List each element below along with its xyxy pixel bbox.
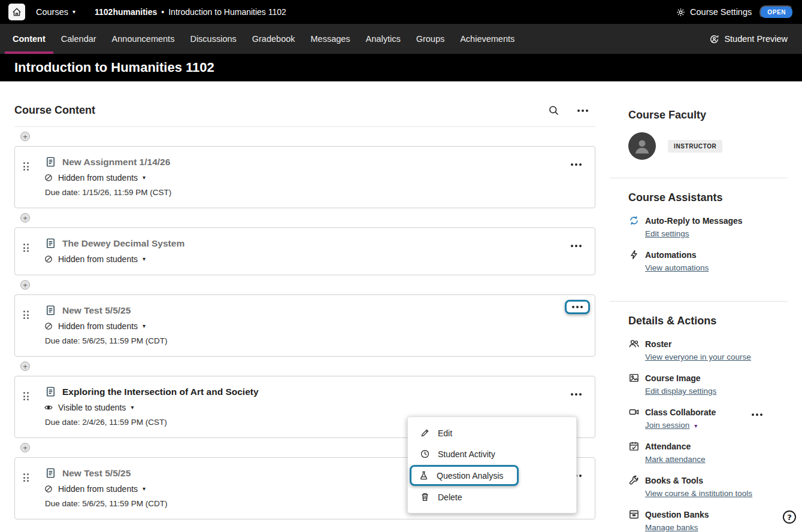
item-title-link[interactable]: New Test 5/5/25	[62, 468, 131, 479]
breadcrumb-separator: •	[161, 7, 164, 17]
item-title-link[interactable]: Exploring the Intersection of Art and So…	[62, 387, 259, 397]
add-content-button[interactable]: +	[20, 132, 30, 141]
drag-handle-icon[interactable]	[23, 311, 29, 319]
document-icon	[45, 386, 56, 397]
details-actions-section: Details & Actions Roster View everyone i…	[610, 302, 788, 532]
collaborate-options-button[interactable]	[749, 406, 765, 420]
document-icon	[45, 238, 56, 249]
item-menu-button[interactable]	[568, 238, 584, 251]
breadcrumb: 1102humanities • Introduction to Humanit…	[95, 7, 286, 17]
content-item-card: The Dewey Decimal System Hidden from stu…	[14, 227, 595, 275]
item-menu-button[interactable]	[568, 386, 584, 400]
detail-item-course-image: Course Image Edit display settings	[628, 372, 788, 396]
view-course-tools-link[interactable]: View course & institution tools	[645, 489, 752, 498]
home-button[interactable]	[8, 4, 25, 20]
chevron-down-icon: ▾	[143, 486, 146, 492]
menu-item-student-activity[interactable]: Student Activity	[408, 443, 576, 464]
hidden-icon	[44, 254, 53, 264]
ellipsis-icon	[752, 414, 762, 416]
details-actions-heading: Details & Actions	[628, 315, 788, 327]
add-content-button[interactable]: +	[20, 280, 30, 290]
course-faculty-heading: Course Faculty	[628, 109, 788, 121]
visibility-dropdown[interactable]: Visible to students ▾	[44, 403, 134, 412]
view-everyone-link[interactable]: View everyone in your course	[645, 352, 751, 361]
test-document-icon	[45, 467, 56, 479]
detail-item-attendance: Attendance Mark attendance	[628, 440, 788, 464]
ellipsis-icon	[571, 163, 582, 166]
due-date-text: Due date: 1/15/26, 11:59 PM (CST)	[45, 188, 584, 197]
course-image-icon	[628, 372, 640, 384]
pencil-icon	[420, 428, 430, 438]
course-assistants-section: Course Assistants Auto-Reply to Messages…	[610, 178, 788, 302]
chevron-down-icon: ▾	[131, 405, 134, 411]
tab-messages[interactable]: Messages	[303, 24, 358, 54]
help-button[interactable]	[782, 509, 797, 525]
menu-item-question-analysis[interactable]: Question Analysis	[411, 467, 517, 484]
test-document-icon	[45, 305, 56, 316]
assistant-item-automations: Automations View automations	[628, 249, 788, 273]
visibility-dropdown[interactable]: Hidden from students ▾	[44, 484, 146, 494]
drag-handle-icon[interactable]	[23, 473, 29, 482]
visibility-dropdown[interactable]: Hidden from students ▾	[44, 254, 146, 264]
roster-people-icon	[628, 338, 640, 349]
detail-item-books-tools: Books & Tools View course & institution …	[628, 475, 788, 498]
tab-announcements[interactable]: Announcements	[104, 24, 183, 54]
tab-calendar[interactable]: Calendar	[53, 24, 104, 54]
item-title-link[interactable]: The Dewey Decimal System	[62, 238, 184, 249]
course-settings-button[interactable]: Course Settings	[676, 7, 752, 17]
visibility-dropdown[interactable]: Hidden from students ▾	[44, 321, 146, 331]
visibility-dropdown[interactable]: Hidden from students ▾	[44, 173, 146, 183]
view-automations-link[interactable]: View automations	[645, 263, 709, 272]
menu-item-delete[interactable]: Delete	[408, 487, 576, 507]
content-item-card: New Test 5/5/25 Hidden from students ▾ D…	[14, 294, 595, 357]
student-preview-icon	[709, 34, 719, 44]
tab-analytics[interactable]: Analytics	[358, 24, 408, 54]
trash-icon	[420, 492, 430, 502]
chevron-down-icon[interactable]: ▾	[694, 422, 697, 429]
tab-groups[interactable]: Groups	[408, 24, 453, 54]
manage-banks-link[interactable]: Manage banks	[645, 523, 698, 532]
item-title-link[interactable]: New Assignment 1/14/26	[62, 157, 170, 168]
open-status-badge[interactable]: OPEN	[759, 5, 794, 19]
edit-settings-link[interactable]: Edit settings	[645, 229, 689, 238]
drag-handle-icon[interactable]	[23, 162, 29, 171]
question-banks-icon	[628, 509, 640, 520]
gear-icon	[676, 7, 686, 17]
content-item-card: New Assignment 1/14/26 Hidden from stude…	[14, 146, 595, 208]
visible-eye-icon	[44, 403, 53, 412]
tab-discussions[interactable]: Discussions	[182, 24, 244, 54]
course-faculty-section: Course Faculty INSTRUCTOR	[610, 96, 788, 178]
lightning-bolt-icon	[628, 249, 640, 260]
instructor-role-badge: INSTRUCTOR	[668, 140, 722, 153]
tab-content[interactable]: Content	[5, 24, 53, 54]
top-bar: Courses ▾ 1102humanities • Introduction …	[0, 0, 802, 24]
student-preview-button[interactable]: Student Preview	[700, 24, 797, 54]
join-session-link[interactable]: Join session	[645, 421, 689, 430]
breadcrumb-course-name: Introduction to Humanities 1102	[168, 7, 286, 17]
course-sidebar: Course Faculty INSTRUCTOR Course Assista…	[610, 96, 788, 532]
page-title: Introduction to Humanities 1102	[14, 60, 214, 75]
instructor-avatar[interactable]	[628, 132, 656, 160]
edit-display-settings-link[interactable]: Edit display settings	[645, 387, 716, 396]
add-content-button[interactable]: +	[20, 443, 30, 452]
menu-item-edit[interactable]: Edit	[408, 422, 576, 443]
item-menu-button[interactable]	[572, 306, 583, 308]
drag-handle-icon[interactable]	[23, 392, 29, 400]
tab-gradebook[interactable]: Gradebook	[244, 24, 303, 54]
content-options-button[interactable]	[577, 110, 588, 112]
drag-handle-icon[interactable]	[23, 244, 29, 252]
attendance-calendar-icon	[628, 440, 640, 452]
search-button[interactable]	[548, 105, 559, 116]
add-content-button[interactable]: +	[20, 213, 30, 223]
item-title-link[interactable]: New Test 5/5/25	[62, 305, 131, 316]
clock-icon	[420, 449, 430, 459]
item-menu-button[interactable]	[568, 156, 584, 170]
search-icon	[548, 105, 559, 116]
tab-achievements[interactable]: Achievements	[452, 24, 522, 54]
ellipsis-icon	[577, 110, 588, 112]
courses-dropdown[interactable]: Courses ▾	[36, 7, 75, 17]
detail-item-class-collaborate: Class Collaborate Join session▾	[628, 406, 788, 430]
courses-dropdown-label: Courses	[36, 7, 68, 17]
add-content-button[interactable]: +	[20, 361, 30, 371]
mark-attendance-link[interactable]: Mark attendance	[645, 455, 706, 464]
